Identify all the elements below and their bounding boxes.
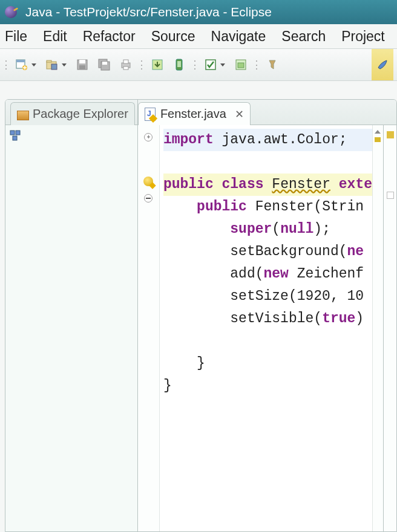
editor-tab-title: Fenster.java: [160, 107, 226, 121]
menu-source[interactable]: Source: [151, 28, 195, 45]
code-token: ): [355, 311, 364, 326]
save-button[interactable]: [74, 56, 91, 73]
package-explorer-body: [5, 125, 137, 531]
menu-search[interactable]: Search: [281, 28, 326, 45]
scroll-up-icon[interactable]: [374, 126, 381, 134]
code-token: }: [163, 378, 172, 394]
close-icon[interactable]: ✕: [235, 108, 244, 121]
svg-rect-23: [13, 136, 17, 140]
editor-body: + import java.awt.Color; public class Fe…: [138, 125, 396, 531]
code-token: Fenster(Strin: [247, 199, 364, 215]
code-token: exte: [339, 177, 372, 192]
java-file-warning-icon: [145, 108, 156, 121]
code-token: public: [163, 177, 214, 192]
code-token: add(: [230, 266, 263, 282]
toolbar-separator: [4, 56, 8, 74]
svg-rect-21: [10, 131, 15, 135]
svg-rect-20: [238, 63, 244, 68]
editor-overview-ruler[interactable]: [372, 125, 383, 531]
editor-area: Fenster.java ✕ + import java.awt.Color; …: [138, 100, 396, 531]
brush-icon: [376, 58, 389, 71]
workbench-client-area: Package Explorer Fenster.java: [0, 81, 397, 532]
build-button[interactable]: [149, 56, 166, 73]
menu-refactor[interactable]: Refactor: [83, 28, 136, 45]
menu-project[interactable]: Project: [341, 28, 385, 45]
main-toolbar: [0, 48, 397, 81]
menu-navigate[interactable]: Navigate: [211, 28, 266, 45]
code-token: true: [322, 311, 355, 326]
save-dropdown-button[interactable]: [44, 56, 61, 73]
editor-side-stack: [383, 125, 396, 531]
eclipse-app-icon: [5, 6, 17, 18]
filter-button[interactable]: [264, 56, 281, 73]
code-token: super: [230, 221, 272, 237]
folder-save-icon: [45, 58, 59, 71]
editor-tab-fenster[interactable]: Fenster.java ✕: [138, 102, 251, 125]
svg-rect-7: [79, 60, 85, 63]
save-all-button[interactable]: [96, 56, 113, 73]
build-icon: [151, 58, 164, 71]
code-token: (: [272, 221, 280, 237]
svg-rect-1: [16, 60, 25, 62]
new-window-icon: [15, 58, 28, 71]
toolbar-separator: [254, 56, 259, 74]
svg-rect-5: [51, 64, 57, 70]
marker-warning-icon[interactable]: [387, 131, 394, 138]
print-icon: [119, 58, 133, 71]
package-explorer-icon: [17, 109, 28, 120]
svg-rect-4: [47, 60, 51, 62]
device-icon: [172, 58, 186, 71]
toolbar-separator: [139, 56, 144, 74]
floppy-all-icon: [97, 58, 111, 71]
svg-rect-17: [177, 61, 181, 67]
code-token: Zeichenf: [289, 266, 364, 282]
code-token: java.awt.Color;: [214, 132, 347, 148]
window-titlebar: Java - TestProjekt/src/Fenster.java - Ec…: [0, 0, 397, 24]
view-stack: Package Explorer Fenster.java: [5, 99, 397, 532]
code-token: setBackground(: [230, 244, 347, 259]
package-button[interactable]: [232, 56, 249, 73]
new-button[interactable]: [13, 56, 30, 73]
package-explorer-title: Package Explorer: [33, 107, 128, 121]
pin-icon: [266, 58, 279, 71]
window-title: Java - TestProjekt/src/Fenster.java - Ec…: [25, 5, 272, 19]
editor-left-ruler: +: [138, 125, 160, 531]
code-token: null: [280, 221, 313, 237]
marker-blank-icon[interactable]: [387, 192, 394, 199]
svg-rect-22: [16, 131, 20, 135]
perspective-switcher[interactable]: [372, 49, 393, 80]
overview-marker-warning[interactable]: [375, 137, 381, 142]
menu-bar: File Edit Refactor Source Navigate Searc…: [0, 24, 397, 48]
hierarchy-icon: [10, 130, 21, 141]
code-editor[interactable]: import java.awt.Color; public class Fens…: [160, 125, 372, 531]
package-explorer-view: Package Explorer: [5, 100, 138, 531]
editor-tabstrip: Fenster.java ✕: [138, 100, 396, 125]
code-token: setVisible(: [230, 311, 322, 326]
code-token: );: [313, 221, 330, 237]
floppy-icon: [76, 58, 89, 71]
code-token: class: [222, 177, 264, 192]
svg-rect-14: [123, 66, 128, 70]
code-token: import: [163, 132, 214, 148]
svg-rect-11: [102, 62, 107, 65]
code-token: public: [197, 199, 247, 215]
print-button[interactable]: [117, 56, 134, 73]
code-token: ne: [347, 244, 364, 259]
fold-expand-icon[interactable]: +: [143, 131, 153, 143]
code-token: setSize(1920, 10: [230, 288, 364, 304]
svg-rect-13: [123, 60, 128, 63]
device-button[interactable]: [171, 56, 188, 73]
checkbox-dropdown[interactable]: [202, 56, 219, 73]
svg-rect-8: [79, 65, 85, 70]
package-green-icon: [234, 58, 248, 71]
package-explorer-tabstrip: Package Explorer: [5, 100, 137, 125]
package-explorer-tab[interactable]: Package Explorer: [10, 102, 135, 125]
menu-file[interactable]: File: [5, 28, 27, 45]
menu-edit[interactable]: Edit: [43, 28, 67, 45]
toolbar-separator: [192, 56, 197, 74]
fold-collapse-icon[interactable]: [143, 192, 153, 204]
check-icon: [204, 58, 217, 71]
code-token: }: [197, 355, 205, 371]
warning-marker[interactable]: [143, 175, 153, 187]
code-token: new: [264, 266, 289, 282]
